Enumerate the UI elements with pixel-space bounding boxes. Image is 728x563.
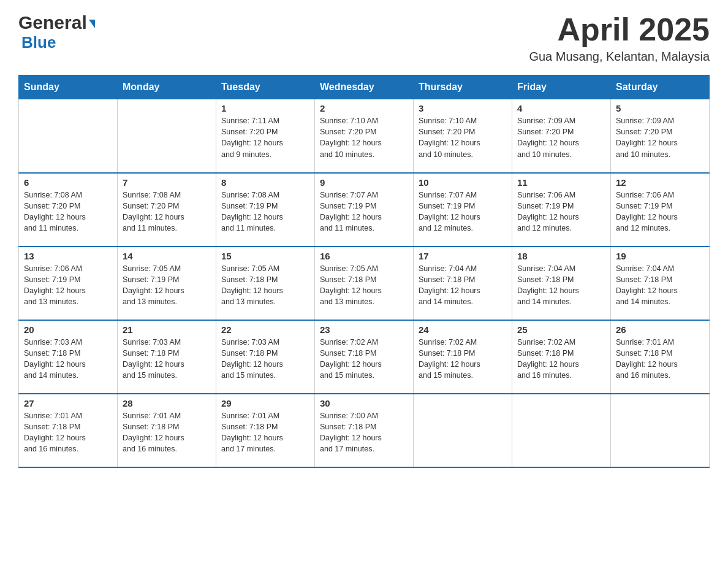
day-info: Sunrise: 7:02 AM Sunset: 7:18 PM Dayligh… bbox=[320, 337, 408, 381]
day-info: Sunrise: 7:07 AM Sunset: 7:19 PM Dayligh… bbox=[419, 190, 507, 234]
calendar-cell: 30Sunrise: 7:00 AM Sunset: 7:18 PM Dayli… bbox=[315, 394, 414, 467]
calendar-cell: 4Sunrise: 7:09 AM Sunset: 7:20 PM Daylig… bbox=[512, 99, 611, 173]
day-number: 1 bbox=[221, 103, 309, 113]
title-area: April 2025 Gua Musang, Kelantan, Malaysi… bbox=[529, 12, 710, 64]
calendar-cell: 3Sunrise: 7:10 AM Sunset: 7:20 PM Daylig… bbox=[414, 99, 512, 173]
day-number: 7 bbox=[123, 177, 211, 188]
day-info: Sunrise: 7:05 AM Sunset: 7:18 PM Dayligh… bbox=[221, 263, 309, 308]
day-number: 16 bbox=[320, 251, 408, 261]
weekday-header-friday: Friday bbox=[512, 75, 611, 99]
day-info: Sunrise: 7:10 AM Sunset: 7:20 PM Dayligh… bbox=[320, 115, 408, 160]
day-number: 13 bbox=[24, 251, 112, 261]
calendar-week-row: 27Sunrise: 7:01 AM Sunset: 7:18 PM Dayli… bbox=[19, 394, 710, 467]
day-info: Sunrise: 7:08 AM Sunset: 7:19 PM Dayligh… bbox=[221, 190, 309, 234]
day-info: Sunrise: 7:02 AM Sunset: 7:18 PM Dayligh… bbox=[517, 337, 605, 381]
day-number: 11 bbox=[517, 177, 605, 188]
day-info: Sunrise: 7:04 AM Sunset: 7:18 PM Dayligh… bbox=[517, 263, 605, 308]
calendar-cell: 8Sunrise: 7:08 AM Sunset: 7:19 PM Daylig… bbox=[216, 173, 315, 247]
calendar-cell: 6Sunrise: 7:08 AM Sunset: 7:20 PM Daylig… bbox=[19, 173, 118, 247]
calendar-cell: 22Sunrise: 7:03 AM Sunset: 7:18 PM Dayli… bbox=[216, 320, 315, 394]
calendar-cell: 21Sunrise: 7:03 AM Sunset: 7:18 PM Dayli… bbox=[118, 320, 216, 394]
weekday-header-tuesday: Tuesday bbox=[216, 75, 315, 99]
calendar-cell: 11Sunrise: 7:06 AM Sunset: 7:19 PM Dayli… bbox=[512, 173, 611, 247]
day-number: 8 bbox=[221, 177, 309, 188]
day-info: Sunrise: 7:08 AM Sunset: 7:20 PM Dayligh… bbox=[24, 190, 112, 234]
month-title: April 2025 bbox=[529, 12, 710, 47]
day-number: 15 bbox=[221, 251, 309, 261]
day-number: 20 bbox=[24, 324, 112, 335]
day-info: Sunrise: 7:09 AM Sunset: 7:20 PM Dayligh… bbox=[517, 115, 605, 160]
day-info: Sunrise: 7:05 AM Sunset: 7:19 PM Dayligh… bbox=[123, 263, 211, 308]
day-number: 6 bbox=[24, 177, 112, 188]
calendar-cell: 17Sunrise: 7:04 AM Sunset: 7:18 PM Dayli… bbox=[414, 247, 512, 320]
calendar-cell: 19Sunrise: 7:04 AM Sunset: 7:18 PM Dayli… bbox=[611, 247, 710, 320]
day-info: Sunrise: 7:02 AM Sunset: 7:18 PM Dayligh… bbox=[419, 337, 507, 381]
logo: General Blue bbox=[18, 12, 95, 52]
day-number: 23 bbox=[320, 324, 408, 335]
calendar-cell: 10Sunrise: 7:07 AM Sunset: 7:19 PM Dayli… bbox=[414, 173, 512, 247]
weekday-header-sunday: Sunday bbox=[19, 75, 118, 99]
day-number: 22 bbox=[221, 324, 309, 335]
calendar-cell: 7Sunrise: 7:08 AM Sunset: 7:20 PM Daylig… bbox=[118, 173, 216, 247]
day-number: 30 bbox=[320, 398, 408, 408]
day-info: Sunrise: 7:05 AM Sunset: 7:18 PM Dayligh… bbox=[320, 263, 408, 308]
calendar-cell bbox=[19, 99, 118, 173]
calendar-cell: 18Sunrise: 7:04 AM Sunset: 7:18 PM Dayli… bbox=[512, 247, 611, 320]
day-number: 19 bbox=[616, 251, 704, 261]
calendar-cell: 24Sunrise: 7:02 AM Sunset: 7:18 PM Dayli… bbox=[414, 320, 512, 394]
day-info: Sunrise: 7:11 AM Sunset: 7:20 PM Dayligh… bbox=[221, 115, 309, 160]
day-info: Sunrise: 7:01 AM Sunset: 7:18 PM Dayligh… bbox=[221, 410, 309, 455]
day-info: Sunrise: 7:01 AM Sunset: 7:18 PM Dayligh… bbox=[616, 337, 704, 381]
calendar-cell: 16Sunrise: 7:05 AM Sunset: 7:18 PM Dayli… bbox=[315, 247, 414, 320]
day-info: Sunrise: 7:03 AM Sunset: 7:18 PM Dayligh… bbox=[24, 337, 112, 381]
day-number: 12 bbox=[616, 177, 704, 188]
day-number: 14 bbox=[123, 251, 211, 261]
weekday-header-thursday: Thursday bbox=[414, 75, 512, 99]
day-number: 21 bbox=[123, 324, 211, 335]
calendar-cell: 23Sunrise: 7:02 AM Sunset: 7:18 PM Dayli… bbox=[315, 320, 414, 394]
day-info: Sunrise: 7:09 AM Sunset: 7:20 PM Dayligh… bbox=[616, 115, 704, 160]
day-number: 4 bbox=[517, 103, 605, 113]
day-number: 25 bbox=[517, 324, 605, 335]
day-info: Sunrise: 7:01 AM Sunset: 7:18 PM Dayligh… bbox=[24, 410, 112, 455]
calendar-cell bbox=[414, 394, 512, 467]
day-info: Sunrise: 7:00 AM Sunset: 7:18 PM Dayligh… bbox=[320, 410, 408, 455]
calendar-cell: 13Sunrise: 7:06 AM Sunset: 7:19 PM Dayli… bbox=[19, 247, 118, 320]
calendar-cell bbox=[512, 394, 611, 467]
calendar-cell: 20Sunrise: 7:03 AM Sunset: 7:18 PM Dayli… bbox=[19, 320, 118, 394]
day-number: 2 bbox=[320, 103, 408, 113]
day-number: 5 bbox=[616, 103, 704, 113]
day-info: Sunrise: 7:06 AM Sunset: 7:19 PM Dayligh… bbox=[616, 190, 704, 234]
day-number: 26 bbox=[616, 324, 704, 335]
logo-arrow-icon bbox=[89, 20, 95, 28]
calendar-week-row: 1Sunrise: 7:11 AM Sunset: 7:20 PM Daylig… bbox=[19, 99, 710, 173]
day-info: Sunrise: 7:06 AM Sunset: 7:19 PM Dayligh… bbox=[24, 263, 112, 308]
calendar-table: SundayMondayTuesdayWednesdayThursdayFrid… bbox=[18, 75, 710, 468]
logo-general: General bbox=[18, 12, 87, 33]
weekday-header-row: SundayMondayTuesdayWednesdayThursdayFrid… bbox=[19, 75, 710, 99]
calendar-cell: 5Sunrise: 7:09 AM Sunset: 7:20 PM Daylig… bbox=[611, 99, 710, 173]
calendar-cell: 26Sunrise: 7:01 AM Sunset: 7:18 PM Dayli… bbox=[611, 320, 710, 394]
location-title: Gua Musang, Kelantan, Malaysia bbox=[529, 50, 710, 64]
day-number: 29 bbox=[221, 398, 309, 408]
calendar-cell: 9Sunrise: 7:07 AM Sunset: 7:19 PM Daylig… bbox=[315, 173, 414, 247]
calendar-cell bbox=[118, 99, 216, 173]
day-info: Sunrise: 7:03 AM Sunset: 7:18 PM Dayligh… bbox=[221, 337, 309, 381]
day-number: 10 bbox=[419, 177, 507, 188]
calendar-week-row: 20Sunrise: 7:03 AM Sunset: 7:18 PM Dayli… bbox=[19, 320, 710, 394]
calendar-week-row: 6Sunrise: 7:08 AM Sunset: 7:20 PM Daylig… bbox=[19, 173, 710, 247]
day-info: Sunrise: 7:07 AM Sunset: 7:19 PM Dayligh… bbox=[320, 190, 408, 234]
calendar-week-row: 13Sunrise: 7:06 AM Sunset: 7:19 PM Dayli… bbox=[19, 247, 710, 320]
day-number: 3 bbox=[419, 103, 507, 113]
calendar-cell: 15Sunrise: 7:05 AM Sunset: 7:18 PM Dayli… bbox=[216, 247, 315, 320]
calendar-cell: 14Sunrise: 7:05 AM Sunset: 7:19 PM Dayli… bbox=[118, 247, 216, 320]
day-number: 18 bbox=[517, 251, 605, 261]
calendar-cell: 28Sunrise: 7:01 AM Sunset: 7:18 PM Dayli… bbox=[118, 394, 216, 467]
weekday-header-monday: Monday bbox=[118, 75, 216, 99]
calendar-cell: 25Sunrise: 7:02 AM Sunset: 7:18 PM Dayli… bbox=[512, 320, 611, 394]
day-info: Sunrise: 7:03 AM Sunset: 7:18 PM Dayligh… bbox=[123, 337, 211, 381]
weekday-header-wednesday: Wednesday bbox=[315, 75, 414, 99]
calendar-cell: 27Sunrise: 7:01 AM Sunset: 7:18 PM Dayli… bbox=[19, 394, 118, 467]
header: General Blue April 2025 Gua Musang, Kela… bbox=[18, 12, 710, 64]
calendar-cell: 2Sunrise: 7:10 AM Sunset: 7:20 PM Daylig… bbox=[315, 99, 414, 173]
